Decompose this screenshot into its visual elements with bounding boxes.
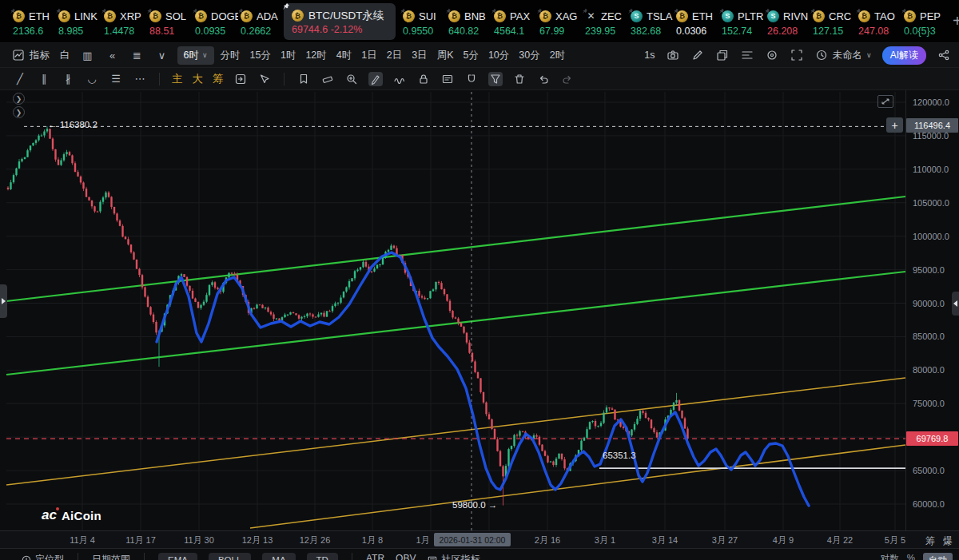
add-alert-button[interactable]: + (886, 117, 903, 133)
ticker-chip[interactable]: ₿PEP0.0{5}3 (899, 4, 945, 39)
filter-icon[interactable] (488, 72, 503, 86)
indicator-pill[interactable]: BOLL (209, 553, 251, 560)
timeframe-button[interactable]: 3日 (412, 49, 427, 62)
auto-scale-button[interactable]: 自动 (923, 553, 953, 560)
large-view-button[interactable]: 大 (193, 72, 204, 86)
fullscreen-icon[interactable] (790, 48, 804, 62)
indicator-pill[interactable]: EMA (158, 553, 197, 560)
layout-menu[interactable]: 未命名 ∨ (814, 48, 872, 62)
ticker-chip[interactable]: ₿SUI0.9550 (398, 4, 444, 39)
expand-panel-icon[interactable]: ❯ (13, 93, 25, 105)
speed-1s-button[interactable]: 1s (644, 50, 655, 61)
log-scale-button[interactable]: 对数 (881, 553, 899, 560)
chart-plot[interactable] (0, 90, 959, 530)
indicator-pill[interactable]: MA (262, 553, 295, 560)
timeframe-selected-6h[interactable]: 6时 ∨ (177, 46, 214, 65)
horizontal-lines-icon[interactable]: ☰ (109, 72, 123, 86)
elliott-wave-icon[interactable] (392, 72, 407, 86)
expand-panel-icon[interactable]: ❯ (13, 106, 25, 118)
more-tools-icon[interactable]: ⋯ (133, 72, 147, 86)
bookmark-icon[interactable] (296, 72, 311, 86)
target-icon[interactable] (765, 48, 779, 62)
indicator-button[interactable]: 指标 (30, 49, 50, 62)
ticker-chip[interactable]: ₿LINK8.985 (54, 4, 99, 39)
date-range-button[interactable]: 日期范围 (92, 553, 130, 560)
lock-icon[interactable] (416, 72, 431, 86)
ticker-chip[interactable]: SRIVN26.208 (762, 4, 808, 39)
yellow-trendline[interactable] (250, 445, 905, 528)
ai-explain-button[interactable]: AI解读 (882, 46, 926, 65)
timeframe-button[interactable]: 2日 (387, 49, 402, 62)
chips-distribution-button[interactable]: 筹 (925, 534, 935, 548)
undo-icon[interactable] (536, 72, 551, 86)
community-indicators-button[interactable]: 社区指标 (427, 553, 480, 560)
rewind-icon[interactable]: « (105, 48, 120, 62)
ticker-chip[interactable]: SPLTR152.74 (717, 4, 762, 39)
timeframe-button[interactable]: 周K (437, 49, 454, 62)
share-icon[interactable] (937, 48, 951, 62)
compare-window-icon[interactable] (715, 48, 730, 62)
timeframe-button[interactable]: 2时 (550, 49, 565, 62)
timeframe-button[interactable]: 1日 (361, 49, 376, 62)
pen-tool-icon[interactable] (368, 72, 383, 86)
main-chart-button[interactable]: 主 (172, 72, 183, 86)
ticker-chip[interactable]: ₿SOL88.51 (145, 4, 190, 39)
redo-icon[interactable] (560, 72, 575, 86)
magnet-icon[interactable] (464, 72, 479, 86)
replay-icon[interactable] (233, 72, 248, 86)
volume-profile-icon[interactable]: ≣ (130, 48, 145, 62)
ticker-chip[interactable]: ₿PAX4564.1 (489, 4, 535, 39)
timeframe-button[interactable]: 30分 (519, 49, 539, 62)
price-axis[interactable] (905, 90, 959, 530)
ticker-chip[interactable]: ✕ZEC239.95 (580, 4, 626, 39)
screenshot-icon[interactable] (666, 48, 680, 62)
style-dropdown-chevron-icon[interactable]: ∨ (155, 48, 169, 62)
timeframe-button[interactable]: 4时 (336, 49, 352, 62)
chips-dist-button[interactable]: 筹 (213, 72, 224, 86)
liquidation-button[interactable]: 爆 (943, 534, 953, 548)
trash-icon[interactable] (512, 72, 527, 86)
ticker-chip-selected[interactable]: ₿ BTC/USDT永续 69744.6 -2.12% (284, 3, 396, 40)
timeframe-button[interactable]: 分时 (221, 49, 241, 62)
indicator-icon[interactable] (11, 48, 26, 62)
left-panel-handle[interactable] (0, 284, 7, 318)
indicator-link[interactable]: ATR (366, 553, 384, 560)
timeframe-button[interactable]: 12时 (305, 49, 326, 62)
trend-line-icon[interactable]: ╱ (13, 72, 27, 86)
add-ticker-button[interactable]: + (953, 12, 959, 30)
timeframe-button[interactable]: 5分 (463, 49, 478, 62)
parallel-channel-icon[interactable]: ∥ (37, 72, 51, 86)
ticker-chip[interactable]: ₿XAG67.99 (535, 4, 580, 39)
ticker-chip[interactable]: ₿ADA0.2662 (236, 4, 281, 39)
ticker-chip[interactable]: ₿ETH0.0306 (671, 4, 717, 39)
white-theme-button[interactable]: 白 (60, 49, 70, 62)
ticker-chip[interactable]: ₿CRC127.15 (808, 4, 854, 39)
chart-area[interactable]: ❯ ❯ ← 116380.2 59800.0 → 65351.3 69769.8… (0, 90, 959, 530)
green-trendline[interactable] (6, 272, 905, 375)
note-icon[interactable] (440, 72, 455, 86)
time-axis[interactable]: 11月 411月 1711月 3012月 1312月 261月 81月2月 16… (0, 530, 959, 549)
indicator-pill[interactable]: TD (307, 553, 338, 560)
indicator-link[interactable]: OBV (396, 553, 416, 560)
ticker-chip[interactable]: STSLA382.68 (626, 4, 671, 39)
locate-mode-button[interactable]: 定位型 (21, 553, 64, 560)
ticker-chip[interactable]: ₿TAO247.08 (854, 4, 899, 39)
ticker-chip[interactable]: ₿BNB640.82 (444, 4, 489, 39)
ticker-chip[interactable]: ₿ETH2136.6 (8, 4, 54, 39)
cursor-tool-icon[interactable] (257, 72, 272, 86)
list-settings-icon[interactable] (740, 48, 754, 62)
zoom-in-icon[interactable] (344, 72, 359, 86)
draw-note-icon[interactable] (690, 48, 705, 62)
timeframe-button[interactable]: 15分 (250, 49, 271, 62)
kline-style-icon[interactable]: ▥ (81, 48, 95, 62)
pitchfork-icon[interactable]: ∦ (61, 72, 75, 86)
ticker-chip[interactable]: ₿XRP1.4478 (99, 4, 145, 39)
green-trendline[interactable] (6, 197, 905, 301)
timeframe-button[interactable]: 10分 (488, 49, 509, 62)
percent-scale-button[interactable]: % (907, 553, 915, 560)
arc-tool-icon[interactable]: ◡ (85, 72, 99, 86)
measure-icon[interactable] (320, 72, 335, 86)
ticker-chip[interactable]: ₿DOGE0.0935 (190, 4, 236, 39)
timeframe-button[interactable]: 1时 (281, 49, 296, 62)
scale-adjust-icon[interactable] (877, 95, 893, 108)
